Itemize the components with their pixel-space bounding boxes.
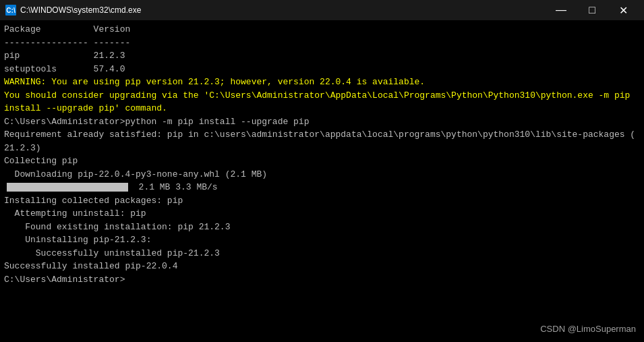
terminal-line: Installing collected packages: pip <box>4 194 640 208</box>
progress-line: 2.1 MB 3.3 MB/s <box>4 181 640 194</box>
terminal-line: C:\Users\Administrator> <box>4 273 640 287</box>
watermark: CSDN @LimoSuperman <box>540 324 636 334</box>
terminal-line: 21.2.3) <box>4 142 640 155</box>
terminal-body[interactable]: Package Version---------------- -------p… <box>0 20 644 342</box>
terminal-line: ---------------- ------- <box>4 36 640 50</box>
window-title: C:\WINDOWS\system32\cmd.exe <box>20 5 141 15</box>
cmd-icon: C:\ <box>5 5 16 16</box>
terminal-line: Attempting uninstall: pip <box>4 207 640 221</box>
close-button[interactable]: ✕ <box>608 0 639 20</box>
terminal-line: C:\Users\Administrator>python -m pip ins… <box>4 115 640 129</box>
terminal-line: Uninstalling pip-21.2.3: <box>4 233 640 247</box>
cmd-window: C:\ C:\WINDOWS\system32\cmd.exe — □ ✕ Pa… <box>0 0 644 342</box>
terminal-line: setuptools 57.4.0 <box>4 63 640 76</box>
title-bar: C:\ C:\WINDOWS\system32\cmd.exe — □ ✕ <box>0 0 644 20</box>
terminal-line: Successfully uninstalled pip-21.2.3 <box>4 247 640 260</box>
maximize-button[interactable]: □ <box>577 0 608 20</box>
progress-bar <box>7 183 128 192</box>
terminal-line: WARNING: You are using pip version 21.2.… <box>4 76 640 89</box>
terminal-line: Requirement already satisfied: pip in c:… <box>4 128 640 142</box>
title-bar-left: C:\ C:\WINDOWS\system32\cmd.exe <box>5 5 141 16</box>
terminal-line: pip 21.2.3 <box>4 49 640 63</box>
minimize-button[interactable]: — <box>546 0 577 20</box>
terminal-line: You should consider upgrading via the 'C… <box>4 89 640 103</box>
terminal-line: Successfully installed pip-22.0.4 <box>4 260 640 273</box>
terminal-line: Package Version <box>4 23 640 36</box>
title-bar-controls: — □ ✕ <box>546 0 639 20</box>
terminal-line: Collecting pip <box>4 154 640 168</box>
terminal-line: Downloading pip-22.0.4-py3-none-any.whl … <box>4 168 640 181</box>
terminal-line: Found existing installation: pip 21.2.3 <box>4 221 640 234</box>
terminal-line: install --upgrade pip' command. <box>4 102 640 115</box>
